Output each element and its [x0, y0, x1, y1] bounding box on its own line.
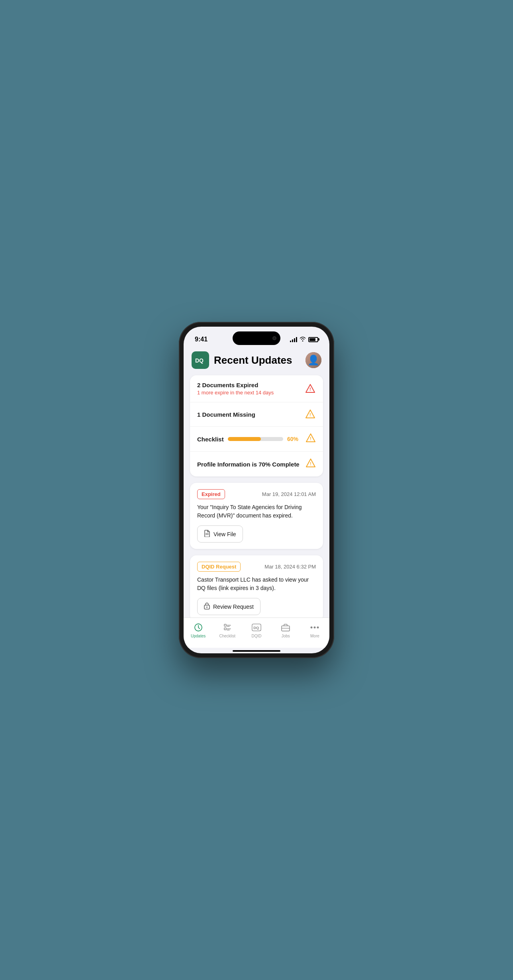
documents-expired-info: 2 Documents Expired 1 more expire in the… [197, 382, 305, 396]
dq-logo: DQ [192, 351, 209, 369]
expired-date: Mar 19, 2024 12:01 AM [262, 491, 316, 497]
progress-bar [228, 437, 283, 441]
dqid-request-card: DQID Request Mar 18, 2024 6:32 PM Castor… [190, 555, 323, 617]
dq-tab-icon: DQ [252, 623, 261, 632]
svg-text:!: ! [310, 461, 311, 466]
dqid-badge: DQID Request [197, 562, 241, 572]
review-request-button[interactable]: Review Request [197, 598, 260, 615]
header-left: DQ Recent Updates [192, 351, 292, 369]
documents-expired-row[interactable]: 2 Documents Expired 1 more expire in the… [190, 375, 323, 402]
svg-text:DQ: DQ [195, 357, 204, 364]
page-title: Recent Updates [214, 354, 292, 367]
signal-icon [290, 337, 297, 342]
dqid-date: Mar 18, 2024 6:32 PM [264, 564, 316, 570]
expired-badge: Expired [197, 489, 225, 499]
updates-tab-label: Updates [191, 634, 206, 638]
documents-expired-title: 2 Documents Expired [197, 382, 305, 388]
view-file-label: View File [213, 531, 236, 537]
file-icon [204, 530, 210, 538]
review-request-label: Review Request [213, 604, 254, 610]
more-dots-icon [310, 623, 319, 632]
briefcase-icon [281, 623, 290, 632]
status-time: 9:41 [195, 336, 208, 343]
document-missing-info: 1 Document Missing [197, 411, 305, 418]
status-icons [290, 337, 318, 343]
alert-orange-icon-1: ! [305, 409, 316, 420]
checklist-row[interactable]: Checklist 60% ! [190, 427, 323, 452]
summary-card: 2 Documents Expired 1 more expire in the… [190, 375, 323, 476]
svg-point-21 [314, 627, 316, 629]
phone-frame: 9:41 [179, 322, 334, 658]
jobs-tab-label: Jobs [282, 634, 290, 638]
svg-rect-10 [224, 624, 226, 626]
page-header: DQ Recent Updates [184, 347, 329, 375]
dqid-notif-header: DQID Request Mar 18, 2024 6:32 PM [197, 562, 316, 572]
dynamic-island [233, 331, 280, 345]
lock-icon [204, 602, 210, 611]
view-file-button[interactable]: View File [197, 525, 243, 543]
tab-more[interactable]: More [300, 621, 329, 640]
profile-title: Profile Information is 70% Complete [197, 461, 305, 468]
more-tab-label: More [310, 634, 319, 638]
progress-fill [228, 437, 261, 441]
alert-red-icon: ! [305, 383, 316, 394]
phone-screen: 9:41 [184, 327, 329, 653]
clock-icon [194, 623, 203, 632]
svg-text:!: ! [309, 412, 311, 417]
scroll-content[interactable]: DQ Recent Updates 2 Documents Expired 1 … [184, 347, 329, 617]
dqid-tab-label: DQID [252, 634, 262, 638]
expired-text: Your "Inquiry To State Agencies for Driv… [197, 503, 316, 520]
svg-text:!: ! [309, 387, 311, 392]
svg-text:!: ! [310, 436, 311, 441]
documents-expired-subtitle: 1 more expire in the next 14 days [197, 390, 305, 396]
profile-info: Profile Information is 70% Complete [197, 461, 305, 468]
tab-checklist[interactable]: Checklist [213, 621, 242, 640]
home-indicator [233, 650, 280, 652]
camera-dot [272, 336, 276, 340]
svg-point-8 [206, 607, 208, 608]
svg-point-20 [311, 627, 313, 629]
expired-notif-header: Expired Mar 19, 2024 12:01 AM [197, 489, 316, 499]
alert-orange-icon-2: ! [305, 433, 316, 445]
avatar[interactable] [305, 352, 321, 368]
svg-rect-11 [224, 628, 226, 630]
tab-dqid[interactable]: DQ DQID [242, 621, 271, 640]
tab-updates[interactable]: Updates [184, 621, 213, 640]
avatar-image [305, 352, 321, 368]
dqid-text: Castor Transport LLC has asked to view y… [197, 576, 316, 592]
progress-percent: 60% [287, 436, 298, 442]
svg-point-22 [317, 627, 319, 629]
checklist-label: Checklist [197, 436, 224, 443]
tab-jobs[interactable]: Jobs [271, 621, 300, 640]
alert-orange-icon-3: ! [305, 458, 316, 470]
tab-bar: Updates Checklist [184, 617, 329, 648]
svg-text:DQ: DQ [253, 625, 259, 630]
document-missing-row[interactable]: 1 Document Missing ! [190, 402, 323, 427]
expired-notification-card: Expired Mar 19, 2024 12:01 AM Your "Inqu… [190, 483, 323, 549]
profile-info-row[interactable]: Profile Information is 70% Complete ! [190, 452, 323, 476]
battery-icon [308, 337, 318, 342]
checklist-tab-label: Checklist [219, 634, 236, 638]
wifi-icon [300, 337, 306, 343]
document-missing-title: 1 Document Missing [197, 411, 305, 418]
checklist-icon [223, 623, 232, 632]
